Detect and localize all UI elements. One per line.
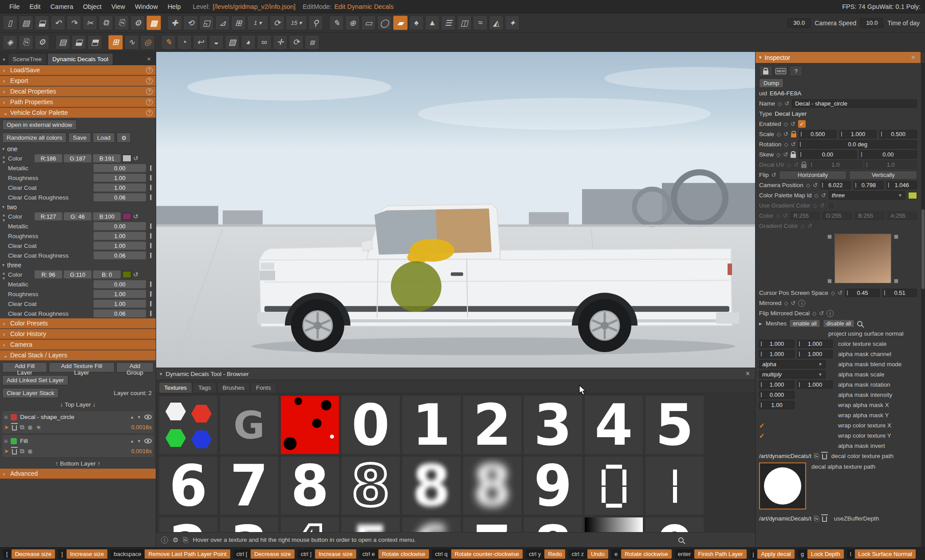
color-swatch[interactable]	[122, 271, 131, 278]
visibility-eye-icon[interactable]	[144, 439, 152, 443]
texture-tile-letter-g[interactable]: G	[220, 396, 278, 454]
texture-tile-digit[interactable]: 3	[524, 396, 582, 454]
undo-arc-icon[interactable]: ↩	[193, 35, 208, 50]
reset-icon[interactable]: ↺	[133, 213, 138, 220]
reset-icon[interactable]: ↺	[133, 155, 138, 162]
water-tool-icon[interactable]: ≈	[473, 16, 488, 30]
move-layer-down-icon[interactable]: ▼	[137, 439, 141, 443]
link-icon[interactable]: ∞	[257, 35, 272, 50]
param-field[interactable]: 1.00	[759, 401, 795, 409]
grid-snap-icon[interactable]: ⊞	[231, 16, 246, 30]
clipboard-icon[interactable]: ⎘	[183, 536, 188, 544]
move-group-down-icon[interactable]: ▼	[2, 160, 6, 164]
keyframe-diamond-icon[interactable]: ◇	[815, 192, 819, 199]
layers-tool-icon[interactable]: ☰	[441, 16, 456, 30]
add-linked-set-layer-button[interactable]: Add Linked Set Layer	[2, 375, 68, 385]
save-palette-button[interactable]: Save	[68, 133, 91, 143]
help-icon[interactable]: ?	[146, 78, 153, 84]
duplicate-layer-icon[interactable]: ⧉	[20, 447, 24, 455]
color-r-field[interactable]: R: 96	[35, 270, 62, 278]
texture-tile-segment-1[interactable]	[646, 457, 704, 515]
slider-handle[interactable]	[148, 251, 154, 259]
road-tool-icon[interactable]: ◫	[457, 16, 472, 30]
chevron-down-icon[interactable]: ▾	[160, 371, 162, 377]
save-level-icon[interactable]: ⬓	[71, 35, 86, 50]
scrollbar-thumb[interactable]	[921, 209, 925, 289]
crosshair-icon[interactable]: ✛	[273, 35, 287, 50]
color-g-field[interactable]: G: 46	[64, 212, 91, 220]
bucket-fill-icon[interactable]: ◒	[209, 35, 224, 50]
param-field[interactable]: 1.000	[797, 380, 833, 389]
remove-projection-icon[interactable]: ⊗	[28, 424, 33, 431]
texture-tile-digit[interactable]: 8	[524, 517, 582, 532]
move-group-up-icon[interactable]: ▲	[2, 155, 6, 159]
keyframe-diamond-icon[interactable]: ◇	[776, 152, 780, 158]
material-grid-icon[interactable]: ⊞	[108, 35, 123, 50]
mesh-tool-icon[interactable]: ▲	[425, 16, 440, 30]
texture-tile-digit[interactable]: 4	[585, 396, 643, 454]
tab-scenetree[interactable]: SceneTree	[8, 53, 47, 65]
copy-icon[interactable]: ⧉	[98, 16, 113, 30]
browser-header[interactable]: ▾ Dynamic Decals Tool - Browser ×	[156, 368, 755, 380]
color-b-field[interactable]: B:191	[93, 154, 121, 162]
keyframe-diamond-icon[interactable]: ◇	[806, 182, 810, 188]
slider-handle[interactable]	[148, 242, 154, 250]
texture-tile-shapes[interactable]	[159, 396, 217, 454]
bounds-icon[interactable]: ⧈	[305, 35, 319, 50]
clear-layer-stack-button[interactable]: Clear Layer Stack	[2, 388, 59, 398]
value-field[interactable]: 1.00	[94, 174, 146, 182]
gradient-handle[interactable]	[827, 235, 832, 239]
flip-horizontally-button[interactable]: Horizontally	[779, 171, 847, 180]
color-g-field[interactable]: G:187	[64, 154, 91, 162]
texture-tile-digit[interactable]: 9	[524, 457, 582, 515]
texture-tile-digit[interactable]: 6	[159, 457, 217, 515]
light-tool-icon[interactable]: ✦	[505, 16, 520, 30]
slider-handle[interactable]	[148, 164, 154, 172]
color-r-field[interactable]: R:186	[35, 154, 62, 162]
scale-x-field[interactable]: 0.500	[799, 130, 837, 138]
tab-textures[interactable]: Textures	[159, 382, 192, 393]
search-icon[interactable]	[857, 321, 862, 326]
gear-icon[interactable]: ⚙	[173, 536, 178, 544]
texture-tile-digit-outline[interactable]: 4	[281, 517, 339, 532]
move-group-down-icon[interactable]: ▼	[2, 276, 6, 281]
level-path-link[interactable]: [/levels/gridmap_v2/info.json]	[213, 3, 295, 10]
tab-tags[interactable]: Tags	[193, 382, 216, 393]
snap-to-object-icon[interactable]: ⚲	[308, 16, 323, 30]
value-field[interactable]: 1.00	[94, 290, 146, 298]
reset-icon[interactable]: ↺	[133, 271, 138, 278]
section-header[interactable]: › Camera	[0, 340, 156, 350]
cut-icon[interactable]: ✂	[83, 16, 97, 30]
param-checkbox[interactable]: ✓	[759, 432, 765, 440]
help-icon[interactable]: ?	[146, 67, 153, 74]
add-group-button[interactable]: Add Group	[116, 362, 154, 372]
gradient-handle[interactable]	[894, 235, 898, 239]
reset-icon[interactable]: ↺	[838, 290, 842, 296]
scale-y-field[interactable]: 1.000	[839, 130, 877, 138]
forest-tool-icon[interactable]: ♠	[409, 16, 424, 30]
texture-tile-digit-blur[interactable]: 8	[402, 457, 461, 515]
cursor-x-field[interactable]: 0.45	[845, 289, 880, 297]
add-fill-layer-button[interactable]: Add Fill Layer	[2, 362, 47, 372]
slider-handle[interactable]	[148, 222, 154, 230]
param-checkbox[interactable]: ✓	[759, 422, 765, 430]
help-icon[interactable]: ?	[146, 99, 153, 106]
texture-tile-digit[interactable]: 8	[281, 457, 339, 515]
dump-button[interactable]: Dump	[759, 78, 783, 88]
save-icon[interactable]: ⬓	[35, 16, 49, 30]
select-layer-icon[interactable]: ➤	[4, 448, 9, 454]
select-layer-icon[interactable]: ➤	[4, 424, 9, 431]
link-lock-icon[interactable]	[791, 133, 796, 137]
keyframe-diamond-icon[interactable]: ◇	[784, 300, 788, 306]
camera-z-field[interactable]: 1.046	[886, 181, 917, 189]
value-field[interactable]: 0.06	[94, 193, 146, 201]
value-field[interactable]: 1.00	[94, 242, 146, 250]
param-path[interactable]: /art/dynamicDecals/t	[759, 453, 811, 459]
editmode-link[interactable]: Edit Dynamic Decals	[334, 3, 394, 10]
name-field[interactable]: Decal - shape_circle	[792, 99, 917, 108]
param-field[interactable]: 1.000	[797, 350, 833, 358]
menu-item[interactable]: Help	[163, 3, 186, 10]
texture-tile-digit[interactable]: 3	[220, 517, 278, 532]
menu-item[interactable]: Edit	[24, 3, 45, 10]
inspector-scrollbar[interactable]	[921, 63, 925, 547]
